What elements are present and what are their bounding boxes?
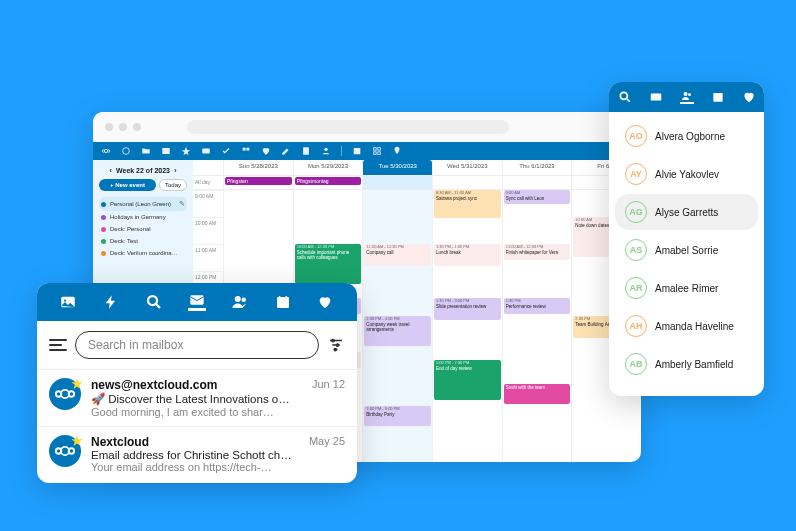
contact-item[interactable]: ASAmabel Sorrie	[615, 232, 758, 268]
svg-point-3	[123, 148, 130, 155]
cards-icon[interactable]	[241, 146, 251, 156]
traffic-light-icon	[133, 123, 141, 131]
color-dot-icon	[101, 239, 106, 244]
avatar: AS	[625, 239, 647, 261]
calendar-event[interactable]: 7:00 PM - 9:00 PMBirthday Party	[364, 406, 431, 426]
calendar-event[interactable]: 1:30 PMPerformance review	[504, 298, 571, 314]
svg-point-19	[235, 296, 241, 302]
svg-rect-13	[374, 152, 377, 155]
day-header[interactable]: Wed 5/31/2023	[432, 160, 502, 175]
calendar-list-item[interactable]: Deck: Personal	[99, 223, 187, 235]
heart-icon[interactable]	[261, 146, 271, 156]
new-event-button[interactable]: + New event	[99, 179, 156, 191]
calendar-list-item[interactable]: Personal (Leon Green)✎	[99, 197, 187, 211]
contacts-toolbar	[609, 82, 764, 112]
mail-item[interactable]: NextcloudMay 25 Email address for Christ…	[37, 426, 357, 481]
search-input[interactable]: Search in mailbox	[75, 331, 319, 359]
check-icon[interactable]	[221, 146, 231, 156]
hour-label: 11:00 AM	[193, 244, 223, 271]
calendar-icon[interactable]	[352, 146, 362, 156]
allday-cell[interactable]: Pfingsten	[223, 176, 293, 189]
bolt-icon[interactable]	[102, 293, 120, 311]
day-header[interactable]: Tue 5/30/2023	[362, 160, 432, 175]
folder-icon[interactable]	[141, 146, 151, 156]
day-header[interactable]: Mon 5/29/2023	[293, 160, 363, 175]
image-icon[interactable]	[59, 293, 77, 311]
contact-item[interactable]: AGAlyse Garretts	[615, 194, 758, 230]
users-icon[interactable]	[231, 293, 249, 311]
circle-icon[interactable]	[121, 146, 131, 156]
calendar-list-item[interactable]: Deck: Test	[99, 235, 187, 247]
heart-icon[interactable]	[742, 90, 756, 104]
grid-icon[interactable]	[372, 146, 382, 156]
mail-item[interactable]: news@nextcloud.comJun 12 🚀 Discover the …	[37, 369, 357, 426]
filter-icon[interactable]	[327, 336, 345, 354]
day-column[interactable]: 11:00 AM - 12:30 PMCompany call2:30 PM -…	[362, 190, 432, 462]
calendar-event[interactable]: 1:30 PM - 1:00 PMLunch break	[434, 244, 501, 266]
traffic-light-icon	[105, 123, 113, 131]
note-icon[interactable]	[301, 146, 311, 156]
calendar-event[interactable]: 9:00 AMSync call with Leon	[504, 190, 571, 204]
hour-label: 10:00 AM	[193, 217, 223, 244]
calendar-event[interactable]: 5:00 PM - 7:30 PMEnd of day review	[434, 360, 501, 400]
avatar: AR	[625, 277, 647, 299]
day-header[interactable]: Sun 5/28/2023	[223, 160, 293, 175]
allday-event[interactable]: Pfingstmontag	[295, 177, 362, 185]
calendar-event[interactable]: 1:30 PM - 3:00 PMSlide presentation revi…	[434, 298, 501, 320]
allday-cell[interactable]	[432, 176, 502, 189]
mail-icon[interactable]	[649, 90, 663, 104]
calendar-icon[interactable]	[274, 293, 292, 311]
image-icon[interactable]	[161, 146, 171, 156]
browser-chrome	[93, 112, 641, 142]
menu-icon[interactable]	[49, 339, 67, 351]
calendar-event[interactable]: 2:30 PM - 4:00 PMCompany week travel arr…	[364, 316, 431, 346]
today-button[interactable]: Today	[159, 179, 187, 191]
mail-subject: 🚀 Discover the Latest Innovations o…	[91, 392, 345, 406]
allday-cell[interactable]	[502, 176, 572, 189]
calendar-event[interactable]: 11:00 AM - 12:30 PMCompany call	[364, 244, 431, 266]
calendar-name: Deck: Verilum coordina…	[110, 250, 178, 256]
search-icon[interactable]	[618, 90, 632, 104]
activity-icon[interactable]	[181, 146, 191, 156]
contact-item[interactable]: ARAmalee Rimer	[615, 270, 758, 306]
contact-item[interactable]: AHAmanda Haveline	[615, 308, 758, 344]
calendar-icon[interactable]	[711, 90, 725, 104]
contact-item[interactable]: AYAlvie Yakovlev	[615, 156, 758, 192]
day-column[interactable]: 9:00 AMSync call with Leon11:00 AM - 12:…	[502, 190, 572, 462]
pencil-icon[interactable]: ✎	[179, 200, 185, 208]
chevron-left-icon[interactable]: ‹	[109, 166, 112, 175]
users-icon[interactable]	[321, 146, 331, 156]
svg-point-28	[69, 391, 75, 397]
search-icon[interactable]	[145, 293, 163, 311]
avatar	[49, 435, 81, 467]
day-column[interactable]: 8:30 AM - 11:00 AMSatrana project sync1:…	[432, 190, 502, 462]
contact-item[interactable]: AOAlvera Ogborne	[615, 118, 758, 154]
contact-item[interactable]: ABAmberly Bamfield	[615, 346, 758, 382]
users-icon[interactable]	[680, 90, 694, 104]
allday-cell[interactable]: Pfingstmontag	[293, 176, 363, 189]
url-bar[interactable]	[187, 120, 509, 134]
svg-point-23	[332, 339, 334, 341]
calendar-name: Holidays in Germany	[110, 214, 166, 220]
calendar-list-item[interactable]: Holidays in Germany	[99, 211, 187, 223]
color-dot-icon	[101, 227, 106, 232]
location-icon[interactable]	[392, 146, 402, 156]
allday-cell[interactable]	[362, 176, 432, 189]
mail-icon[interactable]	[201, 146, 211, 156]
mail-from: Nextcloud	[91, 435, 149, 449]
allday-event[interactable]: Pfingsten	[225, 177, 292, 185]
contact-name: Alvie Yakovlev	[655, 169, 719, 180]
mail-date: May 25	[309, 435, 345, 449]
calendar-list-item[interactable]: Deck: Verilum coordina…	[99, 247, 187, 259]
calendar-event[interactable]: Sushi with the team	[504, 384, 571, 404]
mail-date: Jun 12	[312, 378, 345, 392]
calendar-event[interactable]: 11:00 AM - 12:00 PMFinish whitepaper for…	[504, 244, 571, 260]
pencil-icon[interactable]	[281, 146, 291, 156]
calendar-event[interactable]: 8:30 AM - 11:00 AMSatrana project sync	[434, 190, 501, 218]
heart-icon[interactable]	[316, 293, 334, 311]
day-header[interactable]: Thu 6/1/2023	[502, 160, 572, 175]
calendar-event[interactable]: 10:00 AM - 12:30 PMSchedule important ph…	[295, 244, 362, 284]
chevron-right-icon[interactable]: ›	[174, 166, 177, 175]
mail-icon[interactable]	[188, 293, 206, 311]
contact-name: Amberly Bamfield	[655, 359, 733, 370]
